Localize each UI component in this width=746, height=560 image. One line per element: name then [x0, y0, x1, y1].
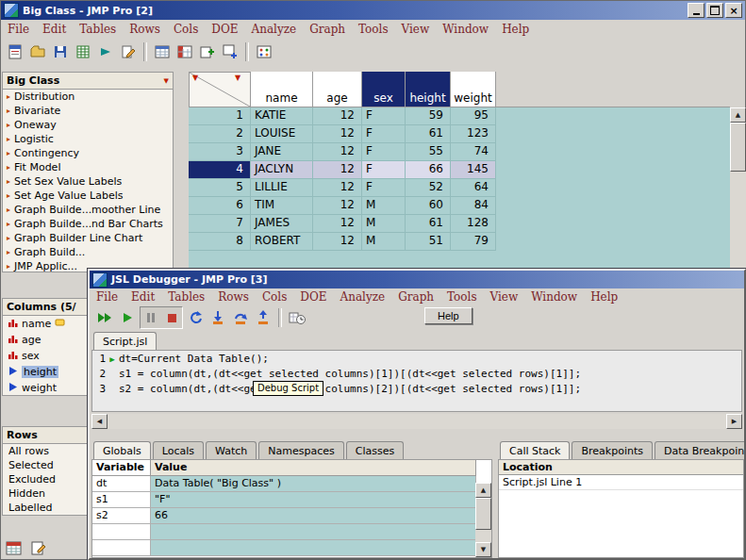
menu-doe[interactable]: DOE: [293, 289, 333, 305]
maximize-button[interactable]: [706, 3, 723, 18]
menu-edit[interactable]: Edit: [36, 22, 73, 37]
cell-height[interactable]: 60: [406, 197, 451, 215]
cell-weight[interactable]: 84: [451, 197, 496, 215]
table-row-3[interactable]: 3JANE12F5574: [189, 143, 730, 161]
row-number-cell[interactable]: 2: [189, 125, 251, 143]
scroll-right-icon[interactable]: ▶: [726, 414, 742, 429]
sidebar-item-graph-builder-line-chart[interactable]: ▸Graph Builder Line Chart: [3, 231, 173, 245]
cell-weight[interactable]: 128: [451, 215, 496, 233]
cell-sex[interactable]: M: [362, 233, 406, 251]
column-header-weight[interactable]: weight: [451, 72, 496, 107]
menu-graph[interactable]: Graph: [303, 22, 352, 37]
code-line-3[interactable]: 3s2 = column(dt,(dt<<get selected column…: [92, 382, 741, 396]
new-column-icon[interactable]: [197, 41, 218, 62]
menu-file[interactable]: File: [90, 289, 124, 305]
row-number-cell[interactable]: 4: [189, 161, 251, 179]
scroll-thumb[interactable]: [730, 123, 746, 172]
table-row-6[interactable]: 6TIM12M6084: [189, 197, 730, 215]
panel-menu-icon[interactable]: ▼: [164, 77, 169, 85]
save-icon[interactable]: [50, 41, 71, 62]
menu-tables[interactable]: Tables: [73, 22, 123, 37]
cell-name[interactable]: JANE: [251, 143, 313, 161]
column-header-height[interactable]: height: [406, 72, 451, 107]
cell-sex[interactable]: F: [362, 161, 406, 179]
cell-height[interactable]: 55: [406, 143, 451, 161]
cell-height[interactable]: 61: [406, 125, 451, 143]
menu-rows[interactable]: Rows: [211, 289, 256, 305]
reset-icon[interactable]: [185, 307, 206, 328]
cell-height[interactable]: 51: [406, 233, 451, 251]
variable-value-cell[interactable]: 66: [151, 508, 476, 524]
cell-age[interactable]: 12: [313, 179, 362, 197]
table-row-7[interactable]: 7JAMES12M61128: [189, 215, 730, 233]
main-titlebar[interactable]: Big Class - JMP Pro [2] ×: [1, 1, 745, 20]
sidebar-item-distribution[interactable]: ▸Distribution: [3, 90, 173, 104]
profile-clock-icon[interactable]: [287, 307, 307, 328]
sidebar-item-graph-build[interactable]: ▸Graph Build...: [3, 245, 173, 259]
variable-row-dt[interactable]: dtData Table( "Big Class" ): [92, 476, 491, 492]
tab-classes[interactable]: Classes: [346, 441, 404, 459]
add-rows-icon[interactable]: [220, 41, 240, 62]
cell-age[interactable]: 12: [313, 125, 362, 143]
scroll-up-icon[interactable]: ▲: [730, 107, 746, 123]
editor-horizontal-scrollbar[interactable]: ◀ ▶: [91, 414, 742, 429]
cell-weight[interactable]: 145: [451, 161, 496, 179]
location-column-header[interactable]: Location: [499, 460, 743, 475]
help-button[interactable]: Help: [424, 307, 472, 324]
menu-view[interactable]: View: [484, 289, 525, 305]
variables-scrollbar[interactable]: ▲ ▼: [475, 483, 491, 557]
tab-namespaces[interactable]: Namespaces: [258, 441, 343, 459]
menu-analyze[interactable]: Analyze: [334, 289, 392, 305]
debugger-titlebar[interactable]: JSL Debugger - JMP Pro [3]: [90, 271, 744, 288]
step-into-icon[interactable]: [207, 307, 228, 328]
doe-grid-icon[interactable]: [254, 41, 274, 62]
cell-sex[interactable]: F: [362, 125, 406, 143]
menu-tools[interactable]: Tools: [440, 289, 484, 305]
cell-age[interactable]: 12: [313, 107, 362, 125]
row-number-cell[interactable]: 7: [189, 215, 251, 233]
value-column-header[interactable]: Value: [151, 460, 476, 476]
cell-sex[interactable]: M: [362, 215, 406, 233]
cell-name[interactable]: LILLIE: [251, 179, 313, 197]
code-line-1[interactable]: 1▶dt=Current Data Table();: [92, 352, 741, 366]
cell-weight[interactable]: 74: [451, 143, 496, 161]
menu-window[interactable]: Window: [436, 22, 495, 37]
step-over-icon[interactable]: [230, 307, 251, 328]
cell-weight[interactable]: 123: [451, 125, 496, 143]
variable-value-cell[interactable]: "F": [151, 492, 476, 508]
tab-breakpoints[interactable]: Breakpoints: [572, 441, 653, 459]
variable-name-cell[interactable]: s1: [92, 492, 151, 508]
sidebar-item-graph-builde-moother-line[interactable]: ▸Graph Builde...moother Line: [3, 203, 173, 217]
sidebar-item-bivariate[interactable]: ▸Bivariate: [3, 104, 173, 118]
table-row-2[interactable]: 2LOUISE12F61123: [189, 125, 730, 143]
mini-journal-icon[interactable]: [27, 537, 48, 558]
tab-call-stack[interactable]: Call Stack: [500, 441, 570, 459]
script-editor[interactable]: 1▶dt=Current Data Table();2s1 = column(d…: [91, 350, 742, 412]
sidebar-item-contingency[interactable]: ▸Contingency: [3, 146, 173, 160]
sidebar-item-logistic[interactable]: ▸Logistic: [3, 132, 173, 146]
cell-name[interactable]: JAMES: [251, 215, 313, 233]
cell-name[interactable]: LOUISE: [251, 125, 313, 143]
grid-corner-cell[interactable]: ▼ ▼: [189, 72, 251, 107]
table-panel-header[interactable]: Big Class ▼: [3, 73, 173, 90]
cell-height[interactable]: 59: [406, 107, 451, 125]
data-grid-icon[interactable]: [152, 41, 173, 62]
run-all-icon[interactable]: [94, 307, 115, 328]
row-number-cell[interactable]: 8: [189, 233, 251, 251]
variable-column-header[interactable]: Variable: [92, 460, 151, 476]
cell-name[interactable]: TIM: [251, 197, 313, 215]
call-stack-row[interactable]: Script.jsl Line 1: [499, 475, 743, 490]
row-number-cell[interactable]: 6: [189, 197, 251, 215]
variable-value-cell[interactable]: Data Table( "Big Class" ): [151, 476, 476, 492]
variable-name-cell[interactable]: s2: [92, 508, 151, 524]
cell-age[interactable]: 12: [313, 161, 362, 179]
column-header-name[interactable]: name: [251, 72, 313, 107]
menu-tools[interactable]: Tools: [352, 22, 395, 37]
pause-icon[interactable]: [141, 307, 161, 328]
new-journal-icon[interactable]: [5, 41, 25, 62]
cell-sex[interactable]: F: [362, 179, 406, 197]
scroll-left-icon[interactable]: ◀: [91, 414, 108, 429]
cell-weight[interactable]: 79: [451, 233, 496, 251]
cell-age[interactable]: 12: [313, 197, 362, 215]
run-arrow-icon[interactable]: [95, 41, 116, 62]
